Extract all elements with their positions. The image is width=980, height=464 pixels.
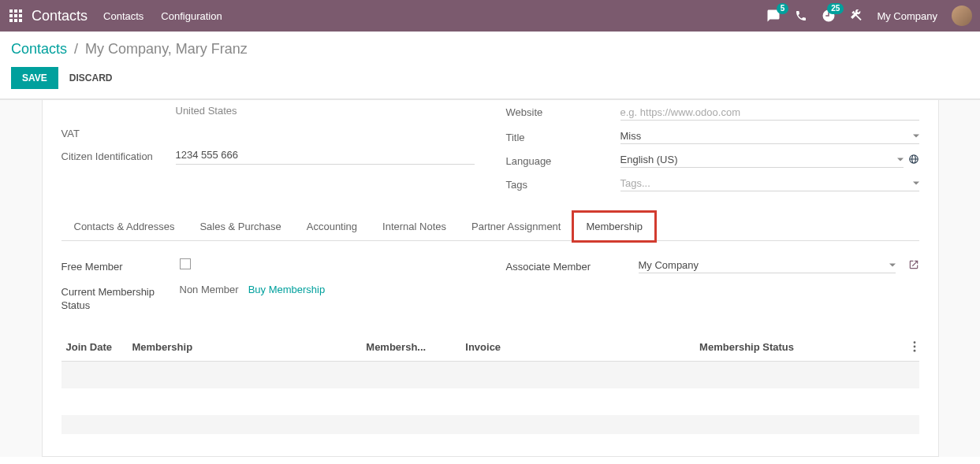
tab-sales-purchase[interactable]: Sales & Purchase	[187, 212, 293, 240]
nav-link-configuration[interactable]: Configuration	[161, 10, 222, 22]
chat-badge: 5	[777, 3, 789, 14]
breadcrumb-root[interactable]: Contacts	[11, 41, 67, 57]
language-value: English (US)	[620, 154, 894, 165]
associate-member-select[interactable]: My Company	[639, 259, 896, 273]
language-label: Language	[506, 154, 620, 167]
website-label: Website	[506, 105, 620, 118]
vat-label: VAT	[61, 126, 176, 139]
nav-link-contacts[interactable]: Contacts	[103, 10, 143, 22]
svg-rect-0	[9, 9, 13, 13]
apps-icon[interactable]	[0, 0, 32, 32]
tab-internal-notes[interactable]: Internal Notes	[370, 212, 459, 240]
free-member-label: Free Member	[61, 258, 180, 274]
chevron-down-icon	[913, 130, 919, 142]
citizen-id-label: Citizen Identification	[61, 149, 176, 162]
phone-icon[interactable]	[795, 9, 807, 22]
tabs: Contacts & Addresses Sales & Purchase Ac…	[61, 212, 919, 241]
th-membership-fee[interactable]: Membersh...	[366, 341, 453, 354]
tools-icon[interactable]	[850, 9, 863, 22]
form-sheet: United States VAT Citizen Identification…	[42, 100, 939, 457]
citizen-id-value[interactable]: 1234 555 666	[176, 149, 475, 165]
language-select[interactable]: English (US)	[620, 154, 904, 168]
breadcrumb: Contacts / My Company, Mary Franz	[0, 32, 980, 61]
associate-member-label: Associate Member	[506, 258, 632, 274]
tab-partner-assignment[interactable]: Partner Assignment	[459, 212, 573, 240]
th-membership[interactable]: Membership	[132, 341, 367, 354]
th-join-date[interactable]: Join Date	[61, 341, 132, 354]
app-title[interactable]: Contacts	[32, 8, 88, 24]
tags-placeholder: Tags...	[620, 177, 910, 189]
svg-rect-3	[9, 14, 13, 17]
globe-icon[interactable]	[908, 154, 919, 167]
title-select[interactable]: Miss	[620, 130, 919, 144]
save-button[interactable]: SAVE	[11, 67, 58, 89]
discard-button[interactable]: DISCARD	[58, 67, 124, 89]
current-status-label: Current Membership Status	[61, 284, 180, 313]
table-options-icon[interactable]	[900, 341, 919, 354]
current-status-value: Non Member	[180, 284, 239, 295]
tab-membership[interactable]: Membership	[573, 212, 655, 241]
tab-accounting[interactable]: Accounting	[294, 212, 370, 240]
action-bar: SAVE DISCARD	[0, 61, 980, 99]
svg-rect-1	[14, 9, 17, 13]
free-member-checkbox[interactable]	[180, 258, 191, 269]
chevron-down-icon	[913, 177, 919, 189]
table-header-row: Join Date Membership Membersh... Invoice…	[61, 335, 919, 362]
table-footer-row	[61, 415, 919, 434]
top-navbar: Contacts Contacts Configuration 5 25 My …	[0, 0, 980, 32]
tags-label: Tags	[506, 177, 620, 191]
svg-rect-5	[19, 14, 22, 17]
svg-point-9	[913, 341, 915, 343]
buy-membership-button[interactable]: Buy Membership	[248, 284, 326, 295]
associate-member-value: My Company	[639, 259, 886, 271]
tab-contacts-addresses[interactable]: Contacts & Addresses	[61, 212, 188, 240]
breadcrumb-sep: /	[74, 41, 78, 57]
external-link-icon[interactable]	[908, 259, 919, 273]
th-invoice[interactable]: Invoice	[453, 341, 699, 354]
th-membership-status[interactable]: Membership Status	[699, 341, 900, 354]
chevron-down-icon	[889, 259, 896, 271]
avatar[interactable]	[952, 6, 972, 26]
tags-select[interactable]: Tags...	[620, 177, 919, 191]
svg-rect-6	[9, 19, 13, 22]
chevron-down-icon	[897, 154, 904, 165]
tab-panel-membership: Free Member Current Membership Status No…	[61, 241, 919, 434]
clock-badge: 25	[827, 3, 844, 14]
company-name[interactable]: My Company	[877, 10, 937, 22]
table-empty-row	[61, 362, 919, 388]
chat-icon[interactable]: 5	[766, 9, 781, 23]
website-input[interactable]	[620, 105, 919, 121]
svg-rect-8	[19, 19, 22, 22]
svg-rect-7	[14, 19, 17, 22]
country-label	[61, 105, 176, 106]
svg-point-10	[913, 345, 915, 347]
clock-icon[interactable]: 25	[822, 9, 836, 23]
membership-table: Join Date Membership Membersh... Invoice…	[61, 335, 919, 434]
title-value: Miss	[620, 130, 910, 142]
country-value: United States	[176, 105, 475, 117]
svg-rect-2	[19, 9, 22, 13]
breadcrumb-current: My Company, Mary Franz	[85, 41, 248, 57]
svg-point-11	[913, 350, 915, 352]
title-label: Title	[506, 130, 620, 143]
svg-rect-4	[14, 14, 17, 17]
